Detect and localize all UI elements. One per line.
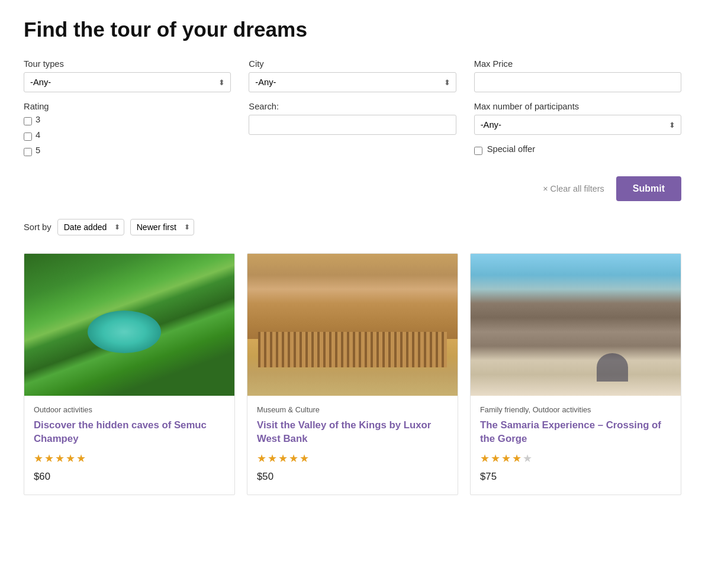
tour-photo-semuc	[24, 254, 234, 396]
sort-direction-select[interactable]: Newer first	[130, 219, 194, 235]
tour-stars-samaria: ★★★★★	[480, 453, 671, 465]
tour-types-label: Tour types	[24, 59, 231, 69]
sort-label: Sort by	[24, 222, 51, 232]
tour-type-luxor: Museum & Culture	[257, 405, 448, 414]
tour-price-samaria: $75	[480, 471, 671, 483]
tour-type-samaria: Family friendly, Outdoor activities	[480, 405, 671, 414]
special-offer-label: Special offer	[487, 144, 536, 154]
rating-label: Rating	[24, 102, 231, 111]
rating-5-checkbox[interactable]	[24, 148, 32, 156]
city-filter: City -Any-	[249, 59, 456, 92]
tour-title-samaria[interactable]: The Samaria Experience – Crossing of the…	[480, 419, 671, 445]
search-input[interactable]	[249, 115, 456, 135]
tour-photo-luxor	[247, 254, 458, 396]
rating-4-checkbox[interactable]	[24, 133, 32, 141]
max-participants-select[interactable]: -Any-	[474, 115, 681, 135]
filter-actions: × Clear all filters Submit	[24, 170, 681, 201]
rating-4-label: 4	[36, 130, 40, 140]
tour-photo-samaria	[471, 254, 681, 396]
max-participants-label: Max number of participants	[474, 102, 681, 111]
rating-3-label: 3	[36, 115, 40, 124]
page-title: Find the tour of your dreams	[24, 18, 681, 41]
city-label: City	[249, 59, 456, 69]
tour-price-semuc: $60	[34, 471, 225, 483]
max-price-filter: Max Price	[474, 59, 681, 92]
tour-price-luxor: $50	[257, 471, 448, 483]
tour-title-semuc[interactable]: Discover the hidden caves of Semuc Champ…	[34, 419, 225, 445]
tour-stars-luxor: ★★★★★	[257, 453, 448, 465]
search-filter: Search:	[249, 102, 456, 161]
rating-filter: Rating 3 4 5	[24, 102, 231, 161]
tour-image-samaria	[471, 254, 681, 396]
tour-types-select[interactable]: -Any-	[24, 72, 231, 92]
tour-type-semuc: Outdoor activities	[34, 405, 225, 414]
special-offer-checkbox[interactable]	[474, 147, 482, 155]
tour-card-semuc: Outdoor activities Discover the hidden c…	[24, 253, 235, 495]
participants-filter: Max number of participants -Any- Special…	[474, 102, 681, 161]
tours-grid: Outdoor activities Discover the hidden c…	[24, 253, 681, 495]
tour-card-samaria: Family friendly, Outdoor activities The …	[470, 253, 681, 495]
max-price-label: Max Price	[474, 59, 681, 69]
city-select[interactable]: -Any-	[249, 72, 456, 92]
tour-image-semuc	[24, 254, 234, 396]
rating-checkboxes: 3 4 5	[24, 115, 231, 159]
sort-field-select[interactable]: Date added	[57, 219, 124, 235]
tour-stars-semuc: ★★★★★	[34, 453, 225, 465]
submit-button[interactable]: Submit	[616, 176, 681, 201]
rating-5-label: 5	[36, 146, 40, 155]
rating-3-checkbox[interactable]	[24, 117, 32, 125]
search-label: Search:	[249, 102, 456, 111]
tour-card-luxor: Museum & Culture Visit the Valley of the…	[247, 253, 458, 495]
max-price-input[interactable]	[474, 72, 681, 92]
tour-types-filter: Tour types -Any-	[24, 59, 231, 92]
tour-title-luxor[interactable]: Visit the Valley of the Kings by Luxor W…	[257, 419, 448, 445]
tour-image-luxor	[247, 254, 458, 396]
clear-filters-button[interactable]: × Clear all filters	[543, 184, 604, 193]
sort-row: Sort by Date added Newer first	[24, 219, 681, 235]
